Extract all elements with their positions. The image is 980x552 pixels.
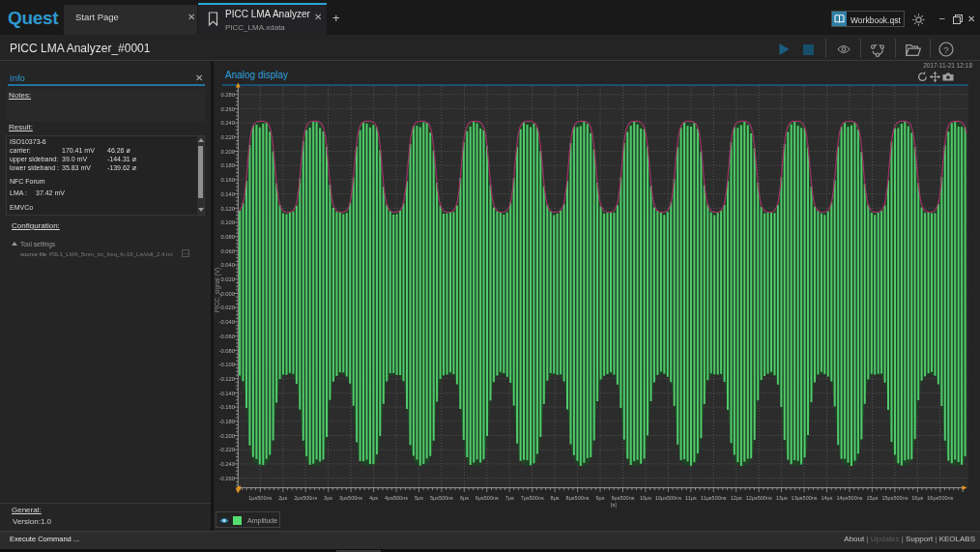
svg-text:6µs: 6µs (460, 495, 469, 501)
svg-text:-0.160: -0.160 (219, 404, 235, 410)
svg-text:-0.020: -0.020 (219, 305, 235, 310)
svg-text:8µs: 8µs (551, 495, 560, 501)
svg-text:-0.240: -0.240 (219, 461, 235, 467)
svg-text:-0.100: -0.100 (219, 362, 235, 367)
svg-text:2µs500ns: 2µs500ns (294, 495, 317, 501)
svg-text:-0.080: -0.080 (219, 348, 235, 354)
svg-text:10µs: 10µs (640, 495, 651, 501)
svg-text:0.240: 0.240 (220, 120, 235, 126)
svg-text:-0.040: -0.040 (219, 319, 235, 325)
svg-text:7µs: 7µs (505, 495, 514, 501)
svg-text:5µs500ns: 5µs500ns (430, 495, 453, 501)
svg-text:14µs: 14µs (821, 495, 832, 501)
svg-text:0.060: 0.060 (220, 248, 235, 254)
svg-text:9µs: 9µs (596, 495, 605, 501)
svg-text:0.260: 0.260 (220, 106, 235, 112)
svg-text:16µs: 16µs (911, 495, 923, 501)
svg-text:-0.140: -0.140 (219, 391, 235, 396)
svg-text:0.220: 0.220 (220, 134, 235, 140)
svg-text:13µs500ns: 13µs500ns (792, 495, 818, 501)
svg-text:4µs: 4µs (369, 495, 378, 501)
svg-text:0.160: 0.160 (220, 177, 235, 183)
svg-text:3µs: 3µs (324, 495, 332, 501)
svg-text:16µs500ns: 16µs500ns (927, 495, 953, 501)
svg-text:-0.220: -0.220 (219, 447, 235, 452)
svg-text:0.080: 0.080 (220, 234, 235, 240)
svg-text:0.100: 0.100 (220, 219, 235, 225)
svg-text:0.280: 0.280 (220, 92, 235, 98)
svg-text:9µs500ns: 9µs500ns (612, 495, 635, 501)
svg-text:-0.200: -0.200 (219, 433, 235, 439)
svg-text:3µs500ns: 3µs500ns (339, 495, 362, 501)
svg-text:13µs: 13µs (776, 495, 788, 501)
svg-text:11µs500ns: 11µs500ns (701, 495, 727, 501)
svg-text:14µs500ns: 14µs500ns (836, 495, 862, 501)
svg-text:6µs500ns: 6µs500ns (476, 495, 499, 501)
svg-text:0.140: 0.140 (220, 191, 235, 197)
svg-text:10µs500ns: 10µs500ns (655, 495, 681, 501)
svg-text:-0.120: -0.120 (219, 376, 235, 382)
svg-text:12µs: 12µs (731, 495, 742, 501)
svg-text:4µs500ns: 4µs500ns (385, 495, 408, 501)
svg-text:0.040: 0.040 (220, 262, 235, 268)
svg-text:-0.060: -0.060 (219, 334, 235, 339)
svg-text:2µs: 2µs (278, 495, 287, 501)
svg-text:0.020: 0.020 (220, 276, 235, 282)
svg-text:7µs500ns: 7µs500ns (521, 495, 544, 501)
svg-text:-0.260: -0.260 (219, 476, 235, 481)
svg-text:15µs: 15µs (866, 495, 878, 501)
svg-text:11µs: 11µs (685, 495, 697, 501)
svg-text:-0.000: -0.000 (219, 291, 235, 297)
svg-text:0.120: 0.120 (220, 206, 235, 212)
svg-text:8µs500ns: 8µs500ns (566, 495, 590, 501)
svg-text:0.180: 0.180 (220, 162, 235, 168)
svg-text:0.200: 0.200 (220, 149, 235, 155)
svg-text:-0.180: -0.180 (219, 419, 235, 424)
svg-text:[s]: [s] (611, 502, 617, 508)
svg-text:5µs: 5µs (415, 495, 423, 501)
svg-text:12µs500ns: 12µs500ns (746, 495, 772, 501)
svg-text:PICC_signal (V): PICC_signal (V) (214, 268, 221, 313)
svg-text:15µs500ns: 15µs500ns (881, 495, 908, 501)
svg-text:1µs500ns: 1µs500ns (248, 495, 272, 501)
